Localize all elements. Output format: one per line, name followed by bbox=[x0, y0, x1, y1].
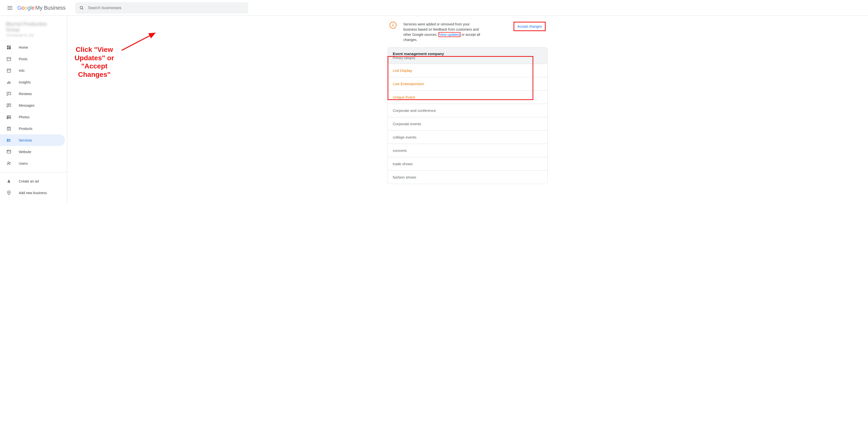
service-item[interactable]: fashion shows bbox=[388, 170, 547, 184]
sidebar-item-label: Insights bbox=[19, 80, 31, 84]
services-icon bbox=[6, 137, 12, 143]
svg-rect-2 bbox=[7, 45, 9, 47]
website-icon bbox=[6, 149, 12, 155]
annotation-arrow-icon bbox=[119, 31, 159, 53]
sidebar-item-services[interactable]: Services bbox=[0, 134, 65, 146]
sidebar-item-label: Posts bbox=[19, 57, 27, 61]
notice-text: Services were added or removed from your… bbox=[403, 22, 483, 42]
svg-rect-4 bbox=[9, 47, 11, 49]
dashboard-icon bbox=[6, 44, 12, 51]
svg-point-20 bbox=[7, 139, 8, 139]
sidebar-item-photos[interactable]: Photos bbox=[0, 111, 65, 123]
search-icon bbox=[79, 5, 84, 10]
panel-subtitle: Primary category bbox=[393, 56, 542, 60]
service-item[interactable]: Unique Event bbox=[388, 90, 547, 104]
svg-rect-10 bbox=[10, 82, 10, 84]
service-item[interactable]: trade shows bbox=[388, 157, 547, 170]
sidebar-item-label: Photos bbox=[19, 115, 30, 119]
annotation-text: Click "View Updates" or "Accept Changes" bbox=[74, 45, 114, 78]
sidebar-item-insights[interactable]: Insights bbox=[0, 76, 65, 88]
header: Google My Business bbox=[0, 0, 868, 16]
info-icon: i bbox=[390, 22, 397, 29]
business-name: Blurred Production Group bbox=[6, 21, 61, 33]
post-icon bbox=[6, 56, 12, 62]
business-header[interactable]: Blurred Production Group 123 Example St,… bbox=[0, 19, 67, 41]
sidebar-item-label: Products bbox=[19, 127, 32, 131]
sidebar-item-products[interactable]: Products bbox=[0, 123, 65, 134]
photos-icon bbox=[6, 114, 12, 120]
notice-banner: i Services were added or removed from yo… bbox=[388, 22, 548, 42]
svg-rect-5 bbox=[7, 47, 9, 49]
svg-rect-9 bbox=[8, 81, 9, 84]
svg-point-22 bbox=[7, 141, 8, 141]
sidebar-item-label: Reviews bbox=[19, 92, 32, 96]
sidebar-item-create-ad[interactable]: Create an ad bbox=[0, 176, 65, 187]
store-icon bbox=[6, 68, 12, 73]
nav-divider bbox=[0, 172, 67, 172]
svg-line-31 bbox=[122, 33, 155, 51]
accept-changes-button[interactable]: Accept changes bbox=[515, 23, 544, 30]
reviews-icon bbox=[6, 91, 12, 97]
annotation-highlight-accept: Accept changes bbox=[514, 22, 546, 31]
hamburger-icon bbox=[7, 6, 12, 10]
sidebar-item-info[interactable]: Info bbox=[0, 65, 65, 76]
users-icon bbox=[6, 161, 12, 166]
logo[interactable]: Google My Business bbox=[17, 5, 65, 11]
sidebar-item-label: Messages bbox=[19, 103, 35, 107]
panel-title: Event management company bbox=[393, 52, 542, 56]
svg-point-26 bbox=[8, 162, 9, 163]
sidebar-item-label: Info bbox=[19, 69, 25, 73]
view-updates-link[interactable]: View updates bbox=[438, 32, 461, 37]
sidebar-item-messages[interactable]: Messages bbox=[0, 99, 65, 111]
svg-line-1 bbox=[83, 8, 84, 9]
sidebar-item-label: Add new business bbox=[19, 191, 47, 195]
products-icon bbox=[6, 126, 12, 132]
sidebar-item-label: Users bbox=[19, 161, 28, 165]
svg-point-0 bbox=[80, 6, 83, 9]
service-item[interactable]: Corporate events bbox=[388, 117, 547, 130]
svg-rect-14 bbox=[7, 116, 8, 119]
svg-rect-6 bbox=[7, 57, 11, 61]
main-content: Click "View Updates" or "Accept Changes"… bbox=[67, 16, 868, 203]
sidebar-item-label: Website bbox=[19, 150, 31, 154]
sidebar-item-website[interactable]: Website bbox=[0, 146, 65, 158]
business-address: 123 Example St, City bbox=[6, 34, 61, 37]
panel-header: Event management company Primary categor… bbox=[388, 47, 547, 64]
insights-icon bbox=[6, 79, 12, 85]
sidebar-item-label: Services bbox=[19, 138, 32, 142]
ads-icon bbox=[6, 178, 12, 184]
service-item[interactable]: Led Display bbox=[388, 64, 547, 77]
service-item[interactable]: Live Entertainment bbox=[388, 77, 547, 90]
logo-product-text: My Business bbox=[35, 5, 66, 11]
svg-rect-3 bbox=[9, 45, 11, 46]
service-item[interactable]: college events bbox=[388, 130, 547, 144]
messages-icon bbox=[6, 102, 12, 108]
sidebar-item-label: Home bbox=[19, 45, 28, 50]
sidebar: Blurred Production Group 123 Example St,… bbox=[0, 16, 67, 203]
addpin-icon bbox=[6, 190, 12, 196]
service-item[interactable]: concerts bbox=[388, 144, 547, 157]
sidebar-item-reviews[interactable]: Reviews bbox=[0, 88, 65, 99]
search-box[interactable] bbox=[75, 2, 248, 13]
services-panel: Event management company Primary categor… bbox=[388, 47, 548, 184]
svg-rect-8 bbox=[7, 82, 8, 84]
sidebar-item-users[interactable]: Users bbox=[0, 158, 65, 169]
sidebar-item-label: Create an ad bbox=[19, 179, 39, 183]
sidebar-item-add-business[interactable]: Add new business bbox=[0, 187, 65, 198]
sidebar-item-posts[interactable]: Posts bbox=[0, 53, 65, 65]
svg-point-21 bbox=[7, 140, 8, 140]
sidebar-item-home[interactable]: Home bbox=[0, 41, 65, 53]
search-input[interactable] bbox=[88, 6, 244, 10]
menu-button[interactable] bbox=[4, 2, 16, 14]
service-item[interactable]: Corporate and conference bbox=[388, 104, 547, 117]
